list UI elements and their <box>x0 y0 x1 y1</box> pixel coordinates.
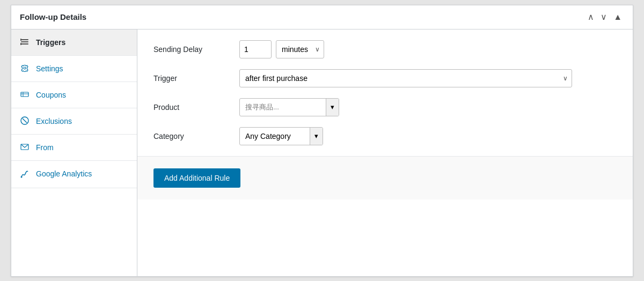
sending-delay-controls: minutes hours days weeks <box>239 40 617 58</box>
category-select-container: Any Category ▾ <box>239 127 323 145</box>
trigger-controls: after first purchase after purchase afte… <box>239 69 617 87</box>
sidebar-item-google-analytics-label: Google Analytics <box>36 169 92 178</box>
sidebar-item-from-label: From <box>36 143 54 152</box>
action-section: Add Additional Rule <box>137 157 633 199</box>
trigger-select[interactable]: after first purchase after purchase afte… <box>239 69 572 87</box>
dropdown-icon: ▾ <box>331 103 334 111</box>
panel-down-button[interactable]: ∨ <box>598 12 609 23</box>
product-search: ▾ <box>239 98 339 116</box>
coupons-icon <box>20 90 31 100</box>
category-dropdown-icon: ▾ <box>314 132 318 140</box>
form-section: Sending Delay minutes hours days weeks <box>137 29 633 157</box>
category-dropdown-button[interactable]: ▾ <box>310 128 323 145</box>
svg-rect-1 <box>21 41 28 42</box>
panel-title: Follow-up Details <box>20 12 86 21</box>
category-row: Category Any Category ▾ <box>153 127 617 145</box>
follow-up-panel: Follow-up Details ∧ ∨ ▲ <box>11 5 633 277</box>
svg-point-5 <box>24 67 26 69</box>
trigger-row: Trigger after first purchase after purch… <box>153 69 617 87</box>
product-controls: ▾ <box>239 98 617 116</box>
analytics-icon <box>20 169 31 180</box>
add-additional-rule-button[interactable]: Add Additional Rule <box>153 168 240 188</box>
product-search-input[interactable] <box>240 101 326 113</box>
category-controls: Any Category ▾ <box>239 127 617 145</box>
sidebar-item-exclusions-label: Exclusions <box>36 117 72 125</box>
product-label: Product <box>153 103 239 112</box>
trigger-label: Trigger <box>153 74 239 83</box>
sidebar-item-coupons[interactable]: Coupons <box>11 82 137 108</box>
trigger-select-wrapper: after first purchase after purchase afte… <box>239 69 572 87</box>
sending-delay-label: Sending Delay <box>153 45 239 54</box>
exclusions-icon <box>20 116 31 127</box>
sidebar-item-triggers-label: Triggers <box>36 38 65 47</box>
sidebar: Triggers Settings <box>11 29 137 276</box>
sidebar-item-from[interactable]: From <box>11 135 137 161</box>
from-icon <box>20 142 31 153</box>
triggers-icon <box>20 37 31 48</box>
svg-rect-2 <box>21 43 28 45</box>
panel-up-button[interactable]: ∧ <box>586 12 596 23</box>
svg-rect-3 <box>20 39 21 41</box>
svg-point-12 <box>21 176 23 178</box>
product-row: Product ▾ <box>153 98 617 116</box>
panel-collapse-button[interactable]: ▲ <box>611 12 624 23</box>
sidebar-item-settings-label: Settings <box>36 64 63 73</box>
collapse-icon: ▲ <box>613 12 622 21</box>
product-search-button[interactable]: ▾ <box>326 99 339 116</box>
panel-header: Follow-up Details ∧ ∨ ▲ <box>11 5 633 29</box>
panel-controls: ∧ ∨ ▲ <box>586 12 624 23</box>
sidebar-item-triggers[interactable]: Triggers <box>11 29 137 56</box>
sidebar-item-google-analytics[interactable]: Google Analytics <box>11 161 137 188</box>
delay-unit-select[interactable]: minutes hours days weeks <box>276 40 324 58</box>
category-label: Category <box>153 132 239 140</box>
settings-icon <box>20 63 31 74</box>
sending-delay-row: Sending Delay minutes hours days weeks <box>153 40 617 58</box>
svg-rect-0 <box>21 39 28 40</box>
sidebar-item-settings[interactable]: Settings <box>11 56 137 82</box>
chevron-up-icon: ∧ <box>588 12 594 21</box>
category-select[interactable]: Any Category <box>240 130 310 143</box>
panel-body: Triggers Settings <box>11 29 633 276</box>
svg-rect-4 <box>20 43 21 45</box>
sidebar-item-exclusions[interactable]: Exclusions <box>11 108 137 135</box>
svg-line-10 <box>23 119 27 123</box>
chevron-down-icon: ∨ <box>601 12 607 21</box>
sidebar-item-coupons-label: Coupons <box>36 91 66 99</box>
svg-rect-6 <box>21 92 28 97</box>
delay-value-input[interactable] <box>239 40 272 58</box>
main-content: Sending Delay minutes hours days weeks <box>137 29 633 276</box>
delay-unit-wrapper: minutes hours days weeks <box>276 40 324 58</box>
